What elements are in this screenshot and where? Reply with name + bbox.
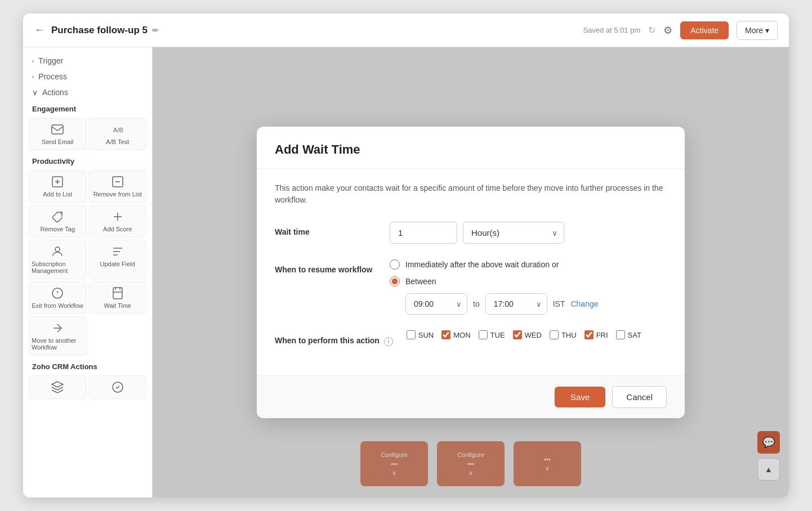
svg-point-5	[55, 247, 60, 252]
thu-checkbox[interactable]	[550, 330, 559, 339]
productivity-grid: Add to List Remove from List Remove Tag …	[23, 168, 152, 358]
svg-rect-0	[52, 125, 63, 134]
perform-action-row: When to perform this action i SUN	[275, 330, 667, 346]
saved-status: Saved at 5:01 pm	[583, 26, 640, 34]
activate-button[interactable]: Activate	[680, 21, 729, 39]
productivity-section-title: Productivity	[23, 153, 152, 168]
wait-time-controls: Hour(s) Minute(s) Day(s) Week(s) ∨	[390, 222, 667, 244]
save-button[interactable]: Save	[555, 387, 605, 407]
app-header: ← Purchase follow-up 5 ✏ Saved at 5:01 p…	[23, 14, 789, 47]
days-controls: SUN MON TUE	[407, 330, 667, 339]
wait-time-row: Wait time Hour(s) Minute(s) Day(s)	[275, 222, 667, 244]
zoho-crm-grid	[23, 373, 152, 401]
svg-point-4	[60, 213, 61, 214]
perform-label: When to perform this action i	[275, 330, 393, 346]
day-wed[interactable]: WED	[513, 330, 542, 339]
add-to-list-item[interactable]: Add to List	[29, 170, 87, 203]
time-from-select[interactable]: 09:00 10:00	[405, 293, 467, 315]
svg-text:A/B: A/B	[113, 127, 123, 133]
main-content: Configure ••• ∨ Configure ••• ∨ ••• ∨	[153, 47, 789, 497]
chevron-right-icon: ›	[32, 58, 34, 64]
resume-workflow-row: When to resume workflow Immediately afte…	[275, 259, 667, 315]
modal-title: Add Wait Time	[275, 142, 667, 157]
sidebar-item-actions[interactable]: ∨ Actions	[23, 84, 152, 100]
chevron-right-icon: ›	[32, 74, 34, 80]
days-row: SUN MON TUE	[407, 330, 667, 339]
day-sun[interactable]: SUN	[407, 330, 434, 339]
resume-controls: Immediately after the above wait duratio…	[390, 259, 667, 315]
fri-checkbox[interactable]	[585, 330, 594, 339]
remove-from-list-item[interactable]: Remove from List	[89, 170, 147, 203]
wait-time-number-input[interactable]	[390, 222, 457, 244]
exit-workflow-item[interactable]: Exit from Workflow	[29, 281, 87, 314]
time-to-select[interactable]: 17:00 18:00	[485, 293, 547, 315]
add-wait-time-modal: Add Wait Time This action make your cont…	[257, 127, 685, 418]
between-option[interactable]: Between	[390, 276, 667, 286]
resume-label: When to resume workflow	[275, 259, 376, 274]
zoho-item-2[interactable]	[89, 375, 147, 399]
header-actions: Saved at 5:01 pm ↻ ⚙ Activate More ▾	[583, 21, 778, 40]
body-layout: › Trigger › Process ∨ Actions Engagement…	[23, 47, 789, 497]
cancel-button[interactable]: Cancel	[612, 386, 667, 408]
between-radio[interactable]	[390, 276, 400, 286]
edit-icon[interactable]: ✏	[152, 26, 159, 35]
page-title: Purchase follow-up 5 ✏	[51, 25, 159, 36]
immediately-radio[interactable]	[390, 259, 400, 270]
wed-checkbox[interactable]	[513, 330, 522, 339]
sidebar-item-process[interactable]: › Process	[23, 69, 152, 84]
modal-footer: Save Cancel	[257, 375, 685, 418]
sun-checkbox[interactable]	[407, 330, 416, 339]
sidebar-item-trigger[interactable]: › Trigger	[23, 53, 152, 69]
svg-rect-7	[113, 288, 122, 299]
day-mon[interactable]: MON	[441, 330, 470, 339]
engagement-grid: Send Email A/B A/B Test	[23, 115, 152, 153]
title-text: Purchase follow-up 5	[51, 25, 148, 36]
mon-checkbox[interactable]	[441, 330, 450, 339]
engagement-section-title: Engagement	[23, 100, 152, 115]
add-score-item[interactable]: Add Score	[89, 205, 147, 237]
unit-select-wrapper: Hour(s) Minute(s) Day(s) Week(s) ∨	[463, 222, 564, 244]
immediately-option[interactable]: Immediately after the above wait duratio…	[390, 259, 667, 270]
day-tue[interactable]: TUE	[479, 330, 505, 339]
wait-time-item[interactable]: Wait Time	[89, 281, 147, 314]
tue-checkbox[interactable]	[479, 330, 488, 339]
sidebar: › Trigger › Process ∨ Actions Engagement…	[23, 47, 153, 497]
move-to-workflow-item[interactable]: Move to another Workflow	[29, 316, 87, 356]
info-icon[interactable]: i	[384, 337, 393, 346]
timezone-label: IST	[553, 299, 565, 308]
subscription-mgmt-item[interactable]: Subscription Management	[29, 240, 87, 279]
day-thu[interactable]: THU	[550, 330, 577, 339]
ab-test-item[interactable]: A/B A/B Test	[89, 118, 147, 150]
update-field-item[interactable]: Update Field	[89, 240, 147, 279]
time-range-row: 09:00 10:00 ∨ to 17:00	[405, 293, 667, 315]
modal-body: This action make your contacts wait for …	[257, 169, 685, 375]
wait-time-label: Wait time	[275, 222, 376, 236]
sat-checkbox[interactable]	[616, 330, 625, 339]
more-button[interactable]: More ▾	[737, 21, 778, 40]
zoho-item-1[interactable]	[29, 375, 87, 399]
remove-tag-item[interactable]: Remove Tag	[29, 205, 87, 237]
modal-overlay: Add Wait Time This action make your cont…	[153, 47, 789, 497]
day-sat[interactable]: SAT	[616, 330, 641, 339]
modal-description: This action make your contacts wait for …	[275, 182, 667, 206]
to-label: to	[473, 299, 480, 308]
unit-select[interactable]: Hour(s) Minute(s) Day(s) Week(s)	[463, 222, 564, 244]
time-to-wrapper: 17:00 18:00 ∨	[485, 293, 547, 315]
change-timezone-link[interactable]: Change	[570, 299, 598, 308]
wait-time-inputs: Hour(s) Minute(s) Day(s) Week(s) ∨	[390, 222, 667, 244]
modal-header: Add Wait Time	[257, 127, 685, 169]
back-button[interactable]: ←	[34, 24, 44, 36]
zoho-crm-section-title: Zoho CRM Actions	[23, 358, 152, 373]
chevron-down-icon: ∨	[32, 88, 38, 97]
time-from-wrapper: 09:00 10:00 ∨	[405, 293, 467, 315]
settings-icon[interactable]: ⚙	[663, 24, 672, 37]
day-fri[interactable]: FRI	[585, 330, 608, 339]
refresh-icon[interactable]: ↻	[648, 25, 655, 35]
send-email-item[interactable]: Send Email	[29, 118, 87, 150]
